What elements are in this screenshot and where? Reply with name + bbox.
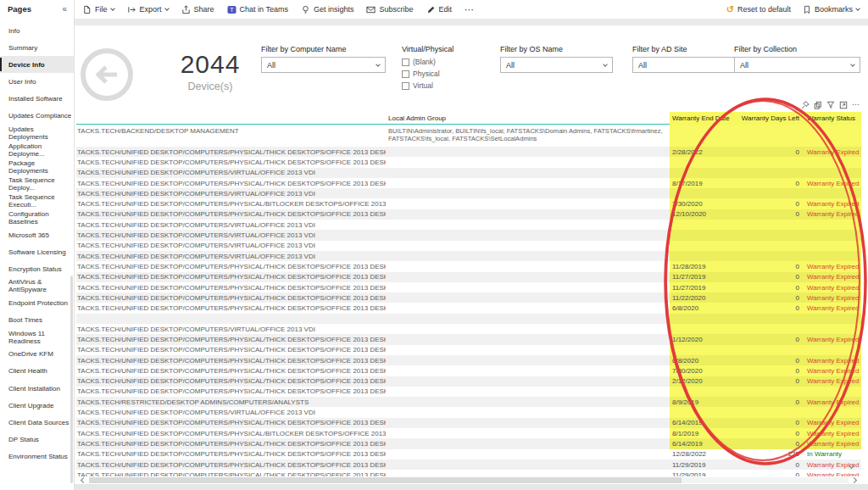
subscribe-button[interactable]: Subscribe bbox=[366, 5, 413, 14]
warranty-days-left-cell: 0 bbox=[737, 470, 802, 476]
warranty-end-date-cell: 11/22/2020 bbox=[670, 292, 737, 303]
warranty-days-left-header[interactable]: Warranty Days Left bbox=[737, 112, 802, 125]
warranty-status-cell: Warranty Expired bbox=[802, 147, 861, 157]
sidebar-item[interactable]: Client Upgrade bbox=[0, 397, 74, 414]
ou-cell: TACKS.TECH/BACKEND/DESKTOP MANAGEMENT bbox=[76, 125, 386, 135]
more-options-button[interactable]: ⋯ bbox=[465, 4, 474, 15]
table-row: TACKS.TECH/UNIFIED DESKTOP/COMPUTERS/VIR… bbox=[76, 220, 861, 230]
sidebar-item[interactable]: Task Sequence Executi... bbox=[0, 192, 74, 209]
sidebar-item[interactable]: Windows 11 Readiness bbox=[0, 329, 74, 346]
warranty-end-date-cell bbox=[670, 241, 737, 251]
device-count-label: Device(s) bbox=[147, 81, 274, 92]
warranty-days-left-cell bbox=[737, 168, 802, 178]
filter-ad-site-dropdown[interactable]: All bbox=[632, 57, 745, 73]
warranty-end-date-cell bbox=[670, 125, 737, 147]
sidebar-item[interactable]: Updates Compliance bbox=[0, 107, 74, 124]
table-row: TACKS.TECH/UNIFIED DESKTOP/COMPUTERS/PHY… bbox=[76, 282, 861, 292]
sidebar-item[interactable]: Encryption Status bbox=[0, 260, 74, 277]
warranty-end-date-cell: 8/1/2019 bbox=[670, 428, 737, 438]
share-button[interactable]: Share bbox=[181, 5, 214, 14]
warranty-end-date-cell bbox=[670, 188, 737, 198]
warranty-status-header[interactable]: Warranty Status bbox=[802, 112, 861, 125]
export-menu-button[interactable]: Export bbox=[127, 5, 169, 14]
warranty-days-left-cell: 0 bbox=[737, 397, 802, 407]
warranty-end-date-cell: 6/14/2019 bbox=[670, 438, 737, 448]
sidebar-title: Pages bbox=[8, 4, 31, 14]
filter-collection-dropdown[interactable]: All bbox=[734, 57, 860, 73]
sidebar-item[interactable]: Microsoft 365 bbox=[0, 226, 74, 243]
collapse-sidebar-icon[interactable]: « bbox=[62, 4, 67, 14]
ou-cell: TACKS.TECH/UNIFIED DESKTOP/COMPUTERS/PHY… bbox=[76, 210, 386, 218]
checkbox-blank[interactable]: (Blank) bbox=[402, 58, 436, 66]
chat-in-teams-button[interactable]: T Chat in Teams bbox=[227, 5, 288, 14]
sidebar-item[interactable]: AntiVirus & AntiSpyware bbox=[0, 277, 74, 294]
sidebar-item[interactable]: Client Installation bbox=[0, 380, 74, 397]
table-scroll-down-button[interactable] bbox=[849, 464, 856, 471]
warranty-days-left-cell: 0 bbox=[737, 209, 802, 220]
ou-cell: TACKS.TECH/UNIFIED DESKTOP/COMPUTERS/PHY… bbox=[76, 159, 386, 166]
warranty-days-left-cell: 0 bbox=[737, 438, 802, 448]
sidebar-item[interactable]: Application Deployme... bbox=[0, 142, 74, 159]
sidebar-item[interactable]: Device Info bbox=[0, 56, 74, 73]
file-menu-button[interactable]: File bbox=[82, 5, 114, 14]
checkbox-physical[interactable]: Physical bbox=[402, 70, 440, 78]
table-row: TACKS.TECH/UNIFIED DESKTOP/COMPUTERS/PHY… bbox=[76, 292, 861, 303]
filter-computer-name-dropdown[interactable]: All bbox=[261, 57, 386, 73]
table-row: TACKS.TECH/BACKEND/DESKTOP MANAGEMENTBUI… bbox=[76, 125, 861, 147]
bookmarks-button[interactable]: Bookmarks bbox=[803, 5, 860, 14]
warranty-end-date-cell: 8/17/2019 bbox=[670, 178, 737, 188]
pin-icon[interactable] bbox=[801, 101, 810, 109]
sidebar-item[interactable]: Software Licensing bbox=[0, 243, 74, 260]
sidebar-item[interactable]: DP Status bbox=[0, 431, 74, 448]
get-insights-button[interactable]: Get insights bbox=[301, 5, 354, 14]
local-admin-group-header[interactable]: Local Admin Group bbox=[386, 114, 670, 122]
sidebar-item[interactable]: Summary bbox=[0, 39, 74, 56]
sidebar-item[interactable]: Environment Status bbox=[0, 448, 74, 465]
warranty-days-left-cell: 0 bbox=[737, 428, 802, 438]
sidebar-item[interactable]: Client Data Sources bbox=[0, 414, 74, 431]
local-admin-group-cell: BUILTIN\Administrator, BUILTIN\fs_local,… bbox=[386, 125, 670, 143]
sidebar-item[interactable]: Endpoint Protection bbox=[0, 295, 74, 312]
warranty-status-cell: Warranty Expired bbox=[802, 365, 861, 376]
edit-button[interactable]: Edit bbox=[426, 5, 453, 14]
svg-text:T: T bbox=[230, 6, 234, 14]
ou-cell: TACKS.TECH/UNIFIED DESKTOP/COMPUTERS/PHY… bbox=[76, 294, 386, 302]
filter-icon[interactable] bbox=[826, 101, 835, 109]
sidebar-item[interactable]: Task Sequence Deploy... bbox=[0, 175, 74, 192]
scrollbar-thumb[interactable] bbox=[89, 477, 682, 483]
sidebar-item[interactable]: OneDrive KFM bbox=[0, 346, 74, 363]
sidebar-scrollbar[interactable] bbox=[70, 276, 73, 483]
sidebar-item[interactable]: Boot Times bbox=[0, 312, 74, 329]
page-scrollbar-strip[interactable] bbox=[75, 484, 868, 490]
more-options-icon[interactable]: ⋯ bbox=[852, 100, 860, 109]
reset-to-default-button[interactable]: ↺ Reset to default bbox=[726, 5, 791, 14]
lightbulb-icon bbox=[301, 5, 310, 14]
table-horizontal-scrollbar[interactable] bbox=[76, 476, 861, 484]
copy-icon[interactable] bbox=[814, 101, 822, 109]
checkbox-virtual[interactable]: Virtual bbox=[402, 81, 433, 90]
chevron-left-icon bbox=[81, 477, 86, 483]
back-button[interactable] bbox=[81, 48, 133, 101]
sidebar-item[interactable]: User Info bbox=[0, 73, 74, 90]
ou-cell: TACKS.TECH/UNIFIED DESKTOP/COMPUTERS/PHY… bbox=[76, 440, 386, 448]
sidebar-item[interactable]: Client Health bbox=[0, 363, 74, 380]
ou-cell: TACKS.TECH/UNIFIED DESKTOP/COMPUTERS/PHY… bbox=[76, 357, 386, 365]
warranty-end-date-cell: 11/29/2019 bbox=[670, 459, 737, 470]
filter-os-name-dropdown[interactable]: All bbox=[500, 57, 613, 73]
focus-mode-icon[interactable] bbox=[839, 101, 848, 109]
sidebar-item[interactable]: Updates Deployments bbox=[0, 125, 74, 142]
warranty-status-cell: Warranty Expired bbox=[802, 261, 861, 271]
warranty-days-left-cell: 0 bbox=[737, 147, 802, 157]
warranty-end-date-cell: 3/30/2020 bbox=[670, 198, 737, 209]
sidebar-item[interactable]: Package Deployments bbox=[0, 159, 74, 175]
teams-icon: T bbox=[227, 5, 236, 14]
warranty-end-date-cell: 6/8/2020 bbox=[670, 303, 737, 313]
device-count-value: 2044 bbox=[147, 50, 274, 79]
sidebar-item[interactable]: Configuration Baselines bbox=[0, 209, 74, 226]
sidebar-item[interactable]: Installed Software bbox=[0, 90, 74, 107]
warranty-end-date-header[interactable]: Warranty End Date bbox=[670, 112, 737, 125]
sidebar-item[interactable]: Info bbox=[0, 22, 74, 39]
checkbox-icon bbox=[402, 82, 409, 90]
warranty-end-date-cell: 11/27/2019 bbox=[670, 272, 737, 282]
warranty-status-cell: Warranty Expired bbox=[802, 355, 861, 365]
